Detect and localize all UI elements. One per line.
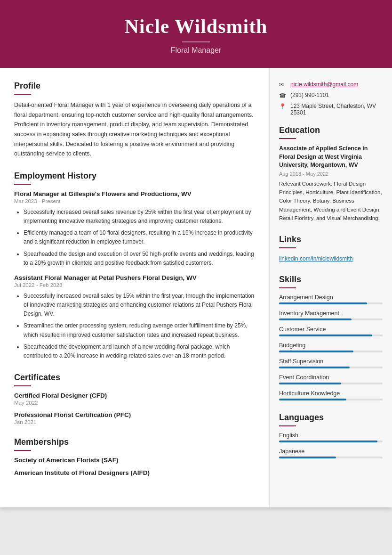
list-item: Efficiently managed a team of 10 floral … <box>24 229 255 246</box>
memberships-divider <box>14 450 31 451</box>
skill-bar-fill <box>279 383 341 384</box>
skill-bar-fill <box>279 302 367 304</box>
certificates-title: Certificates <box>14 373 255 383</box>
lang-bar-fill <box>279 441 377 442</box>
edu-degree: Associate of Applied Science in Floral D… <box>279 145 383 170</box>
skill-name: Arrangement Design <box>279 294 383 301</box>
memberships-section: Memberships Society of American Florists… <box>14 437 255 476</box>
skill-inventory-management: Inventory Management <box>279 310 383 320</box>
skill-staff-supervision: Staff Supervision <box>279 358 383 368</box>
list-item: Successfully increased overall sales by … <box>24 292 255 319</box>
contact-address-row: 📍 123 Maple Street, Charleston, WV 25301 <box>279 103 383 116</box>
lang-bar-bg <box>279 441 383 442</box>
list-item: Spearheaded the development and launch o… <box>24 343 255 360</box>
skill-bar-bg <box>279 399 383 400</box>
skill-name: Inventory Management <box>279 310 383 317</box>
contact-phone-row: ☎ (293) 990-1101 <box>279 92 383 99</box>
email-icon: ✉ <box>279 82 288 88</box>
languages-title: Languages <box>279 413 383 423</box>
right-column: ✉ nicle.wildsmith@gmail.com ☎ (293) 990-… <box>270 68 392 507</box>
skill-bar-bg <box>279 367 383 368</box>
list-item: Streamlined the order processing system,… <box>24 321 255 339</box>
education-divider <box>279 138 296 139</box>
skill-name: Staff Supervision <box>279 358 383 365</box>
skill-bar-bg <box>279 302 383 304</box>
skills-section: Skills Arrangement Design Inventory Mana… <box>279 275 383 400</box>
skill-name: Event Coordination <box>279 374 383 381</box>
skill-bar-bg <box>279 383 383 384</box>
skill-bar-fill <box>279 318 352 320</box>
skills-divider <box>279 287 296 288</box>
skill-bar-bg <box>279 318 383 320</box>
skills-title: Skills <box>279 275 383 285</box>
skill-bar-bg <box>279 335 383 336</box>
cert-1-name: Certified Floral Designer (CFD) <box>14 392 255 399</box>
employment-divider <box>14 184 31 185</box>
contact-section: ✉ nicle.wildsmith@gmail.com ☎ (293) 990-… <box>279 81 383 116</box>
links-divider <box>279 247 296 248</box>
memberships-title: Memberships <box>14 437 255 447</box>
linkedin-link[interactable]: linkedin.com/in/niclewildsmith <box>279 255 353 262</box>
candidate-title: Floral Manager <box>9 46 383 55</box>
location-icon: 📍 <box>279 103 288 110</box>
resume-header: Nicle Wildsmith Floral Manager <box>0 0 392 68</box>
profile-title: Profile <box>14 81 255 91</box>
edu-date: Aug 2018 - May 2022 <box>279 171 383 177</box>
skill-bar-fill <box>279 351 353 352</box>
job-2-title: Assistant Floral Manager at Petal Pusher… <box>14 274 255 281</box>
skill-name: Horticulture Knowledge <box>279 390 383 397</box>
skill-name: Budgeting <box>279 342 383 349</box>
edu-courses: Relevant Coursework: Floral Design Princ… <box>279 180 383 223</box>
job-2-date: Jul 2022 - Feb 2023 <box>14 282 255 288</box>
skill-bar-bg <box>279 351 383 352</box>
resume-wrapper: Nicle Wildsmith Floral Manager Profile D… <box>0 0 392 507</box>
skill-bar-fill <box>279 399 346 400</box>
skill-horticulture-knowledge: Horticulture Knowledge <box>279 390 383 400</box>
job-1-bullets: Successfully increased overall sales rev… <box>14 208 255 268</box>
lang-name: English <box>279 432 383 439</box>
language-english: English <box>279 432 383 442</box>
membership-1: Society of American Florists (SAF) <box>14 457 255 464</box>
lang-bar-fill <box>279 457 336 458</box>
left-column: Profile Detail-oriented Floral Manager w… <box>0 68 270 507</box>
skill-arrangement-design: Arrangement Design <box>279 294 383 304</box>
job-1: Floral Manager at Gillespie's Flowers an… <box>14 190 255 268</box>
list-item: Spearheaded the design and execution of … <box>24 250 255 268</box>
certificates-divider <box>14 385 31 386</box>
skill-bar-fill <box>279 335 372 336</box>
cert-1-date: May 2022 <box>14 400 255 406</box>
job-1-date: Mar 2023 - Present <box>14 198 255 204</box>
lang-bar-bg <box>279 457 383 458</box>
skill-event-coordination: Event Coordination <box>279 374 383 384</box>
job-2: Assistant Floral Manager at Petal Pusher… <box>14 274 255 360</box>
certificates-section: Certificates Certified Floral Designer (… <box>14 373 255 425</box>
education-section: Education Associate of Applied Science i… <box>279 125 383 222</box>
cert-2-name: Professional Florist Certification (PFC) <box>14 411 255 418</box>
skill-name: Customer Service <box>279 326 383 333</box>
links-title: Links <box>279 235 383 245</box>
address-value: 123 Maple Street, Charleston, WV 25301 <box>290 103 383 116</box>
skill-bar-fill <box>279 367 350 368</box>
membership-2: American Institute of Floral Designers (… <box>14 469 255 476</box>
employment-title: Employment History <box>14 171 255 181</box>
candidate-name: Nicle Wildsmith <box>9 15 383 38</box>
languages-section: Languages English Japanese <box>279 413 383 458</box>
header-divider <box>182 41 210 42</box>
email-value[interactable]: nicle.wildsmith@gmail.com <box>290 81 358 88</box>
contact-email-row: ✉ nicle.wildsmith@gmail.com <box>279 81 383 88</box>
links-section: Links linkedin.com/in/niclewildsmith <box>279 235 383 262</box>
lang-name: Japanese <box>279 448 383 455</box>
resume-body: Profile Detail-oriented Floral Manager w… <box>0 68 392 507</box>
profile-divider <box>14 94 31 95</box>
profile-text: Detail-oriented Floral Manager with 1 ye… <box>14 100 255 159</box>
phone-value: (293) 990-1101 <box>290 92 329 98</box>
phone-icon: ☎ <box>279 92 288 99</box>
languages-divider <box>279 425 296 426</box>
education-title: Education <box>279 125 383 135</box>
skill-budgeting: Budgeting <box>279 342 383 352</box>
cert-1: Certified Floral Designer (CFD) May 2022 <box>14 392 255 406</box>
cert-2: Professional Florist Certification (PFC)… <box>14 411 255 425</box>
job-1-title: Floral Manager at Gillespie's Flowers an… <box>14 190 255 197</box>
list-item: Successfully increased overall sales rev… <box>24 208 255 226</box>
job-2-bullets: Successfully increased overall sales by … <box>14 292 255 360</box>
